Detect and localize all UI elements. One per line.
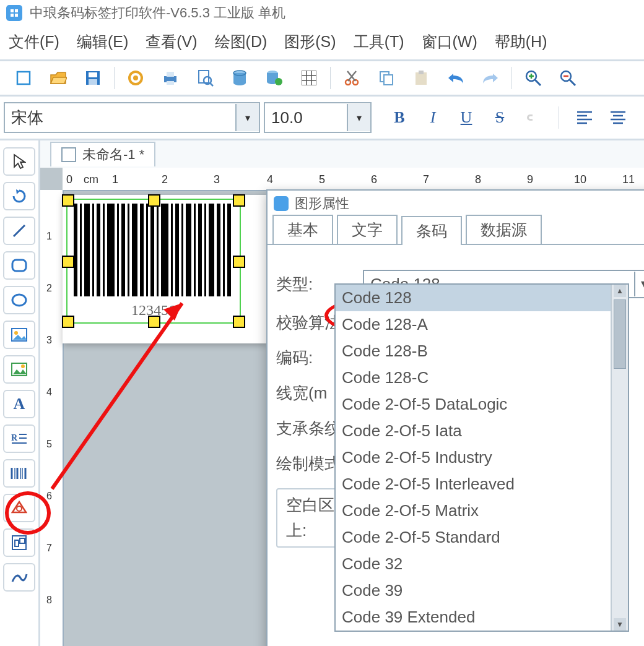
database-icon[interactable] [228,67,251,89]
app-title: 中琅条码标签打印软件-V6.5.3 工业版 单机 [30,4,285,22]
select-tool-icon[interactable] [3,147,35,176]
menu-file[interactable]: 文件(F) [9,32,59,52]
resize-handle[interactable] [62,256,74,268]
menu-view[interactable]: 查看(V) [146,32,197,52]
resize-handle[interactable] [148,194,160,207]
svg-rect-4 [17,72,30,84]
tab-datasource[interactable]: 数据源 [466,215,542,244]
tab-text[interactable]: 文字 [337,215,398,244]
settings-icon[interactable] [124,67,147,89]
save-file-icon[interactable] [82,67,104,89]
print-icon[interactable] [159,67,181,89]
svg-line-37 [535,80,541,85]
svg-rect-0 [11,9,14,12]
svg-line-41 [570,80,575,85]
svg-rect-3 [15,14,18,17]
dropdown-option[interactable]: Code 2-Of-5 DataLogic [336,391,628,418]
richtext-tool-icon[interactable]: R [3,424,35,453]
app-logo-icon [274,196,289,211]
toolbar [0,59,644,97]
text-tool-icon[interactable]: A [3,390,35,418]
line-tool-icon[interactable] [3,217,35,245]
scroll-thumb[interactable] [614,299,626,369]
scroll-up-icon[interactable]: ▲ [614,285,626,297]
align-left-icon[interactable] [570,103,599,132]
align-center-icon[interactable] [604,103,632,132]
menubar: 文件(F) 编辑(E) 查看(V) 绘图(D) 图形(S) 工具(T) 窗口(W… [0,26,644,56]
cut-icon[interactable] [341,67,363,89]
chevron-down-icon[interactable]: ▾ [235,104,259,131]
bold-button[interactable]: B [385,103,414,132]
dropdown-option[interactable]: Code 128-A [336,311,628,338]
dropdown-option[interactable]: Code 2-Of-5 Industry [336,444,628,471]
dropdown-option[interactable]: Code 39 Extended [336,604,628,631]
dialog-tabs: 基本 文字 条码 数据源 [268,217,644,245]
font-size-combo[interactable]: 10.0 ▾ [264,102,372,133]
dialog-titlebar[interactable]: 图形属性 [268,191,644,217]
dialog-body: 类型: Code 128 ▾ 校验算法 编码: 线宽(m 支承条纹 绘制模式 空… [268,245,644,559]
dropdown-option[interactable]: Code 2-Of-5 Matrix [336,497,628,524]
svg-marker-73 [163,303,182,321]
font-family-value: 宋体 [5,107,235,129]
menu-tool[interactable]: 工具(T) [354,32,404,52]
dropdown-option[interactable]: Code 128 [336,285,628,311]
chevron-down-icon[interactable]: ▾ [347,104,370,131]
svg-rect-12 [167,81,174,85]
format-link-icon[interactable] [519,103,547,132]
curve-tool-icon[interactable] [3,563,35,592]
svg-rect-33 [384,75,393,85]
zoom-in-icon[interactable] [522,67,544,89]
resize-handle[interactable] [233,194,245,207]
document-tabs: 未命名-1 * [40,140,644,170]
strike-button[interactable]: S [485,103,514,132]
barcode-tool-icon[interactable] [3,459,35,488]
barcode-type-dropdown[interactable]: Code 128 Code 128-A Code 128-B Code 128-… [334,283,629,632]
svg-rect-2 [11,14,14,17]
svg-point-57 [21,364,25,368]
grid-icon[interactable] [298,67,320,89]
underline-button[interactable]: U [452,103,481,132]
menu-edit[interactable]: 编辑(E) [77,32,128,52]
dropdown-option[interactable]: Code 128-B [336,338,628,364]
resize-handle[interactable] [233,256,245,268]
zoom-out-icon[interactable] [557,67,579,89]
dropdown-scrollbar[interactable]: ▲ ▼ [611,285,628,631]
tab-basic[interactable]: 基本 [272,215,333,244]
resize-handle[interactable] [62,194,74,207]
dropdown-option[interactable]: Code 2-Of-5 Iata [336,418,628,444]
copy-icon[interactable] [375,67,398,89]
new-file-icon[interactable] [12,67,35,89]
dropdown-option[interactable]: Code 32 [336,551,628,577]
dropdown-option[interactable]: Code 2-Of-5 Standard [336,524,628,551]
document-icon [61,147,76,162]
paste-icon[interactable] [410,67,432,89]
menu-draw[interactable]: 绘图(D) [215,32,268,52]
image-tool-icon[interactable] [3,321,35,349]
dropdown-option[interactable]: Code 2-Of-5 Interleaved [336,471,628,497]
print-preview-icon[interactable] [194,67,216,89]
font-family-combo[interactable]: 宋体 ▾ [4,102,260,133]
dropdown-option[interactable]: Code 39 [336,577,628,604]
shape-properties-dialog[interactable]: 图形属性 基本 文字 条码 数据源 类型: Code 128 ▾ 校验算法 编码… [266,189,644,646]
menu-shape[interactable]: 图形(S) [284,32,336,52]
chevron-down-icon[interactable]: ▾ [634,272,644,296]
horizontal-ruler: 0 cm 1 2 3 4 5 6 7 8 9 10 11 [63,168,644,191]
redo-icon[interactable] [479,67,502,89]
open-file-icon[interactable] [47,67,69,89]
tab-barcode[interactable]: 条码 [401,216,462,245]
database-sync-icon[interactable] [263,67,285,89]
picture-tool-icon[interactable] [3,355,35,384]
resize-handle[interactable] [233,316,245,328]
menu-help[interactable]: 帮助(H) [495,32,547,52]
document-tab[interactable]: 未命名-1 * [50,142,155,166]
rounded-rect-tool-icon[interactable] [3,251,35,280]
undo-icon[interactable] [445,67,467,89]
italic-button[interactable]: I [419,103,447,132]
svg-rect-11 [167,72,174,77]
menu-window[interactable]: 窗口(W) [422,32,477,52]
ellipse-tool-icon[interactable] [3,286,35,314]
rotate-tool-icon[interactable] [3,182,35,210]
annotation-arrow [40,291,201,501]
scroll-down-icon[interactable]: ▼ [614,618,626,631]
dropdown-option[interactable]: Code 128-C [336,364,628,391]
